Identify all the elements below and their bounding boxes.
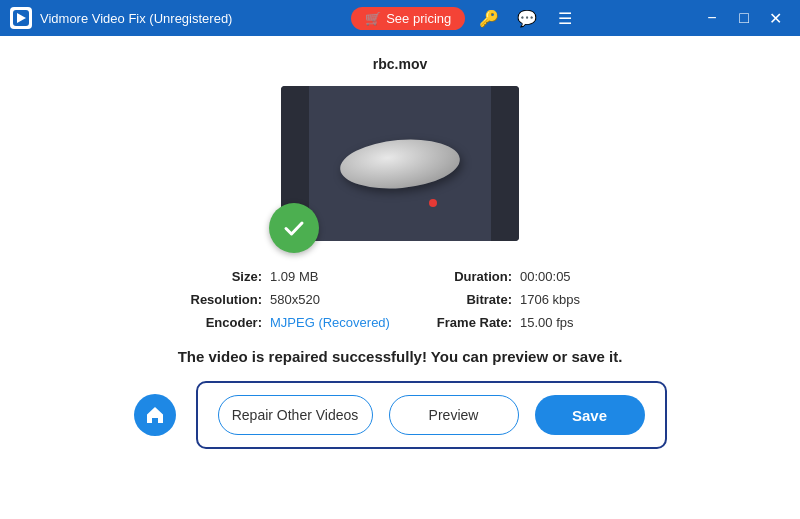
framerate-label: Frame Rate:	[400, 315, 520, 330]
preview-button[interactable]: Preview	[389, 395, 519, 435]
info-table: Size: 1.09 MB Duration: 00:00:05 Resolut…	[150, 269, 650, 330]
resolution-label: Resolution:	[150, 292, 270, 307]
main-content: rbc.mov Size: 1.09 MB Duration: 00:00:05…	[0, 36, 800, 519]
encoder-value: MJPEG (Recovered)	[270, 315, 400, 330]
chat-icon: 💬	[517, 9, 537, 28]
file-name: rbc.mov	[373, 56, 427, 72]
duration-value: 00:00:05	[520, 269, 650, 284]
close-button[interactable]: ✕	[762, 4, 790, 32]
app-title: Vidmore Video Fix (Unregistered)	[40, 11, 232, 26]
size-label: Size:	[150, 269, 270, 284]
home-button[interactable]	[134, 394, 176, 436]
resolution-value: 580x520	[270, 292, 400, 307]
title-bar: Vidmore Video Fix (Unregistered) 🛒 See p…	[0, 0, 800, 36]
repair-other-videos-button[interactable]: Repair Other Videos	[218, 395, 373, 435]
action-box: Repair Other Videos Preview Save	[196, 381, 667, 449]
menu-icon-button[interactable]: ☰	[551, 4, 579, 32]
title-bar-center: 🛒 See pricing 🔑 💬 ☰	[351, 4, 579, 32]
duration-label: Duration:	[400, 269, 520, 284]
bitrate-label: Bitrate:	[400, 292, 520, 307]
see-pricing-button[interactable]: 🛒 See pricing	[351, 7, 465, 30]
save-button[interactable]: Save	[535, 395, 645, 435]
title-bar-left: Vidmore Video Fix (Unregistered)	[10, 7, 232, 29]
key-icon: 🔑	[479, 9, 499, 28]
framerate-value: 15.00 fps	[520, 315, 650, 330]
success-check-overlay	[269, 203, 319, 253]
success-message: The video is repaired successfully! You …	[178, 348, 623, 365]
minimize-button[interactable]: −	[698, 4, 726, 32]
key-icon-button[interactable]: 🔑	[475, 4, 503, 32]
app-logo	[10, 7, 32, 29]
size-value: 1.09 MB	[270, 269, 400, 284]
title-bar-right: − □ ✕	[698, 4, 790, 32]
chat-icon-button[interactable]: 💬	[513, 4, 541, 32]
maximize-button[interactable]: □	[730, 4, 758, 32]
encoder-label: Encoder:	[150, 315, 270, 330]
bitrate-value: 1706 kbps	[520, 292, 650, 307]
menu-icon: ☰	[558, 9, 572, 28]
video-container	[281, 86, 519, 241]
blob-shape	[338, 134, 462, 192]
action-area: Repair Other Videos Preview Save	[20, 381, 780, 449]
red-dot-indicator	[429, 199, 437, 207]
cart-icon: 🛒	[365, 11, 381, 26]
